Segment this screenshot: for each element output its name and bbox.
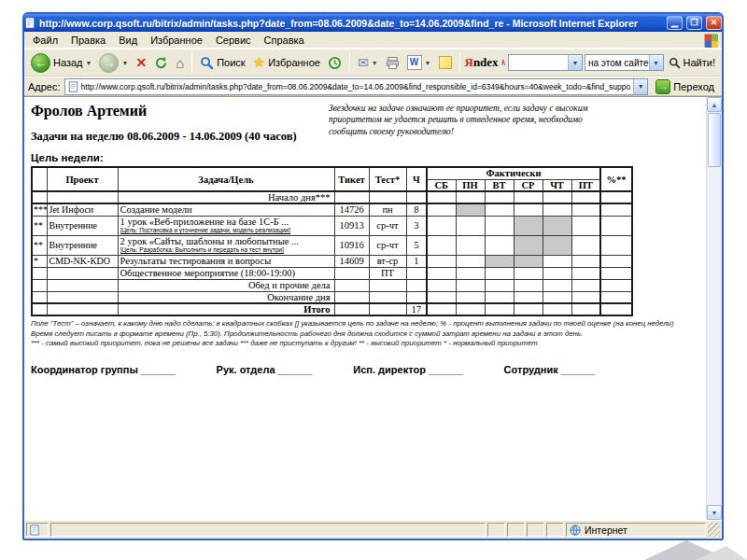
day-header: ПТ (571, 179, 600, 191)
scroll-up-icon[interactable]: ▲ (707, 97, 722, 112)
table-row: Начало дня*** (32, 191, 632, 203)
task-cell: Итого (118, 303, 334, 315)
yandex-find-label: Найти! (684, 57, 715, 68)
document-page: Фролов Артемий Задачи на неделю 08.06.20… (24, 97, 706, 520)
scrollbar-track[interactable] (707, 168, 722, 505)
task-cell: Начало дня*** (118, 191, 334, 203)
refresh-icon (154, 56, 168, 70)
week-subtitle: Задачи на неделю 08.06.2009 - 14.06.2009… (31, 130, 316, 144)
yandex-scope-select[interactable]: на этом сайте ▼ (585, 54, 664, 71)
project-cell (47, 291, 118, 303)
mail-button[interactable]: ✉ ▼ (355, 54, 381, 71)
menu-item[interactable]: Файл (26, 33, 64, 48)
employee-name: Фролов Артемий (31, 103, 316, 119)
history-button[interactable] (325, 55, 345, 71)
search-icon (200, 56, 214, 70)
day-cell (427, 255, 456, 267)
address-dropdown-icon[interactable]: ▼ (633, 79, 647, 94)
refresh-button[interactable] (151, 55, 171, 71)
day-cell (456, 291, 485, 303)
test-header: Тест* (369, 167, 406, 191)
task-goal-link[interactable]: [Цель: Разработка: Выполнить и передать … (120, 246, 332, 254)
scroll-down-icon[interactable]: ▼ (707, 505, 722, 520)
maximize-button[interactable]: ❐ (686, 16, 702, 30)
yandex-search-input[interactable]: ▼ (508, 54, 583, 71)
hours-cell (406, 267, 427, 279)
scrollbar-thumb[interactable] (708, 113, 721, 167)
day-cell (514, 303, 543, 315)
project-cell (47, 191, 118, 203)
stop-button[interactable]: ✕ (133, 54, 149, 71)
task-title: 1 урок «Веб-приложение на базе 1С-Б ... (120, 217, 332, 227)
priority-cell: *** (32, 203, 47, 216)
print-button[interactable] (383, 55, 402, 71)
favorites-button[interactable]: ★ Избранное (250, 53, 323, 72)
forward-icon: → (99, 53, 119, 73)
ticket-cell: 10913 (334, 216, 369, 235)
day-cell (485, 235, 514, 255)
toolbar-separator (349, 52, 350, 73)
hours-cell (406, 291, 427, 303)
project-cell (47, 279, 118, 291)
day-cell (456, 203, 485, 216)
table-row: Общественное мероприятие (18:00-19:00)ПТ (32, 267, 632, 279)
hours-cell: 17 (406, 303, 427, 315)
day-cell (543, 279, 571, 291)
menu-item[interactable]: Сервис (209, 33, 258, 48)
back-button[interactable]: ← Назад ▼ (28, 52, 94, 74)
yandex-find-button[interactable]: Найти! (666, 56, 718, 70)
slide: { "window": { "title": "http://www.corp.… (0, 0, 747, 560)
forward-dropdown-icon[interactable]: ▼ (121, 60, 128, 66)
close-button[interactable]: ✕ (706, 16, 722, 30)
yandex-input-dropdown-icon[interactable]: ▼ (568, 55, 582, 70)
yandex-scope-dropdown-icon[interactable]: ▼ (649, 55, 663, 70)
edit-word-button[interactable]: W ▼ (404, 54, 434, 71)
resize-grip[interactable] (708, 523, 720, 537)
day-cell (571, 279, 600, 291)
priority-cell: ** (32, 216, 47, 235)
project-cell: Jet Инфоси (47, 203, 118, 216)
address-input[interactable]: http://www.corp.qsoft.ru/bitrix/admin/ta… (64, 78, 649, 95)
mail-icon: ✉ (358, 55, 369, 70)
table-header-row: Проект Задача/Цель Тикет Тест* Ч Фактиче… (32, 167, 632, 179)
project-header: Проект (47, 167, 118, 191)
table-row: *CMD-NK-KDOРезультаты тестирования и воп… (32, 255, 632, 267)
back-label: Назад (53, 57, 83, 68)
day-cell (427, 267, 456, 279)
search-button[interactable]: Поиск (197, 55, 247, 71)
edit-dropdown-icon[interactable]: ▼ (425, 60, 431, 66)
percent-cell (600, 216, 632, 235)
home-button[interactable]: ⌂ (173, 54, 187, 72)
status-message-pane (50, 523, 486, 537)
percent-cell (600, 279, 632, 291)
forward-button[interactable]: → ▼ (96, 52, 131, 74)
day-cell (571, 303, 600, 315)
menu-item[interactable]: Избранное (144, 33, 209, 48)
minimize-button[interactable]: ▁ (667, 16, 683, 30)
menu-item[interactable]: Справка (258, 33, 311, 48)
go-button[interactable]: → Переход (652, 78, 718, 95)
task-title: Создание модели (120, 204, 332, 215)
percent-cell (600, 267, 632, 279)
task-goal-link[interactable]: [Цель: Постановка и уточнение задачи, мо… (120, 227, 332, 234)
test-cell: вт-ср (369, 255, 406, 267)
title-bar[interactable]: http://www.corp.qsoft.ru/bitrix/admin/ta… (24, 14, 722, 32)
test-cell: ср-чт (369, 216, 406, 235)
menu-item[interactable]: Вид (112, 33, 144, 48)
test-cell (369, 279, 406, 291)
day-cell (543, 303, 571, 315)
percent-cell (600, 203, 632, 216)
home-icon: ⌂ (176, 55, 184, 71)
mail-dropdown-icon[interactable]: ▼ (372, 60, 378, 66)
menu-item[interactable]: Правка (64, 33, 112, 48)
back-dropdown-icon[interactable]: ▼ (86, 60, 92, 66)
go-label: Переход (673, 81, 714, 92)
week-goal-label: Цель недели: (31, 152, 704, 163)
menu-bar: ФайлПравкаВидИзбранноеСервисСправка (24, 32, 722, 49)
day-header: ЧТ (543, 179, 571, 191)
hours-cell (406, 279, 427, 291)
zone-label: Интернет (585, 525, 627, 536)
discuss-button[interactable] (436, 55, 455, 70)
ticket-cell: 14726 (334, 203, 369, 216)
vertical-scrollbar[interactable]: ▲ ▼ (706, 97, 722, 520)
